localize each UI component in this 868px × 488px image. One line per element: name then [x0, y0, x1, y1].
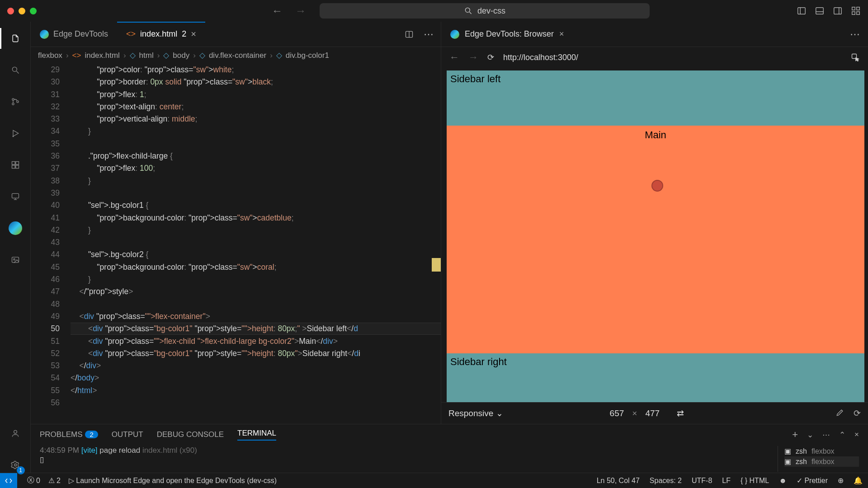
close-panel-icon[interactable]: × — [854, 430, 859, 439]
status-prettier[interactable]: ✓ Prettier — [797, 476, 828, 485]
code-editor[interactable]: 2930313233343536373839404142434445464748… — [31, 64, 441, 424]
status-launch-hint[interactable]: ▷ Launch Microsoft Edge and open the Edg… — [69, 476, 277, 485]
edge-tools-icon[interactable] — [8, 221, 23, 236]
inspect-icon[interactable] — [851, 53, 860, 62]
terminal-body[interactable]: 4:48:59 PM [vite] page reload index.html… — [31, 445, 868, 473]
status-copilot-icon[interactable]: ☻ — [779, 477, 787, 485]
preview-sidebar-right: Sidebar right — [447, 353, 864, 402]
tab-label: Edge DevTools: Browser — [465, 29, 554, 39]
panel-tab-output[interactable]: OUTPUT — [112, 430, 143, 439]
breadcrumbs[interactable]: flexbox› <>index.html› ◇html› ◇body› ◇di… — [31, 47, 441, 64]
browser-preview[interactable]: Sidebar left Main Sidebar right — [447, 70, 864, 402]
svg-rect-19 — [12, 162, 15, 165]
panel-more-icon[interactable]: ⋯ — [822, 430, 830, 440]
close-window[interactable] — [7, 8, 14, 14]
split-editor-icon[interactable] — [405, 30, 414, 39]
status-bell-icon[interactable]: 🔔 — [854, 476, 863, 485]
source-control-icon[interactable] — [8, 94, 23, 109]
svg-point-16 — [16, 101, 18, 103]
terminal-item[interactable]: ▣zsh flexbox — [784, 446, 859, 456]
back-icon[interactable]: ← — [272, 5, 283, 17]
photos-icon[interactable] — [8, 252, 23, 267]
tab-edge-devtools[interactable]: Edge DevTools — [31, 22, 117, 47]
minimize-window[interactable] — [19, 8, 25, 14]
toggle-sidebar-right-icon[interactable] — [833, 6, 843, 16]
panel-tab-debug[interactable]: DEBUG CONSOLE — [157, 430, 224, 439]
accounts-icon[interactable] — [8, 426, 23, 441]
device-more-icon[interactable]: ⟳ — [854, 408, 861, 418]
status-lang[interactable]: { } HTML — [741, 477, 769, 485]
line-gutter: 2930313233343536373839404142434445464748… — [31, 64, 71, 424]
forward-icon[interactable]: → — [295, 5, 306, 17]
viewport-height[interactable]: 477 — [645, 408, 660, 418]
tab-devtools-browser[interactable]: Edge DevTools: Browser × — [441, 22, 573, 47]
term-file: index.html — [142, 446, 177, 455]
term-tag: [vite] — [81, 446, 98, 455]
panel-tab-problems[interactable]: PROBLEMS2 — [40, 430, 98, 439]
status-eol[interactable]: LF — [722, 477, 731, 485]
run-debug-icon[interactable] — [8, 126, 23, 141]
toggle-sidebar-left-icon[interactable] — [797, 6, 807, 16]
term-msg: page reload — [99, 446, 140, 455]
status-warnings[interactable]: ⚠ 2 — [48, 476, 61, 485]
browser-url-bar: ← → ⟳ http://localhost:3000/ — [441, 47, 868, 68]
layout-controls — [797, 6, 861, 16]
title-bar: ← → dev-css — [0, 0, 868, 22]
svg-point-12 — [12, 67, 17, 71]
code-body[interactable]: "prop">color: "prop">class="sw">white; "… — [71, 64, 441, 424]
shell-icon: ▣ — [784, 447, 791, 455]
device-select[interactable]: Responsive ⌄ — [448, 408, 503, 418]
new-terminal-icon[interactable]: + — [792, 429, 798, 441]
customize-layout-icon[interactable] — [851, 6, 861, 16]
status-errors[interactable]: ⓧ 0 — [27, 476, 40, 485]
status-encoding[interactable]: UTF-8 — [692, 477, 712, 485]
terminal-item[interactable]: ▣zsh flexbox — [784, 456, 859, 467]
bottom-panel: PROBLEMS2 OUTPUT DEBUG CONSOLE TERMINAL … — [31, 424, 868, 473]
status-cursor[interactable]: Ln 50, Col 47 — [597, 477, 640, 485]
bc-flex[interactable]: div.flex-container — [209, 51, 266, 60]
more-actions-icon[interactable]: ⋯ — [850, 28, 860, 40]
tab-close-icon[interactable]: × — [559, 29, 564, 39]
browser-reload-icon[interactable]: ⟳ — [487, 52, 494, 62]
status-spaces[interactable]: Spaces: 2 — [650, 477, 682, 485]
browser-back-icon[interactable]: ← — [449, 52, 459, 63]
svg-rect-22 — [15, 165, 19, 169]
bc-html[interactable]: html — [139, 51, 154, 60]
edge-icon — [450, 30, 459, 39]
bc-root[interactable]: flexbox — [38, 51, 62, 60]
browser-forward-icon[interactable]: → — [468, 52, 478, 63]
bc-bg1[interactable]: div.bg-color1 — [286, 51, 329, 60]
bc-file[interactable]: index.html — [85, 51, 119, 60]
svg-rect-20 — [15, 162, 19, 165]
viewport-width[interactable]: 657 — [610, 408, 624, 418]
explorer-icon[interactable] — [8, 31, 23, 46]
command-center[interactable]: dev-css — [320, 3, 650, 19]
editor-tabs: Edge DevTools <> index.html 2 × ⋯ — [31, 22, 441, 47]
svg-point-29 — [14, 464, 16, 466]
search-sidebar-icon[interactable] — [8, 62, 23, 78]
extensions-icon[interactable] — [8, 157, 23, 173]
history-nav: ← → — [272, 5, 306, 17]
svg-rect-8 — [852, 7, 855, 10]
rotate-icon[interactable]: ⇄ — [677, 408, 684, 418]
status-feedback-icon[interactable]: ⊕ — [838, 476, 844, 485]
more-actions-icon[interactable]: ⋯ — [424, 28, 434, 40]
settings-icon[interactable]: 1 — [8, 457, 23, 473]
maximize-window[interactable] — [30, 8, 37, 14]
editor-group: Edge DevTools <> index.html 2 × ⋯ flexbo… — [31, 22, 868, 473]
tab-index-html[interactable]: <> index.html 2 × — [117, 22, 205, 47]
remote-explorer-icon[interactable] — [8, 189, 23, 204]
browser-url[interactable]: http://localhost:3000/ — [503, 53, 842, 62]
tab-close-icon[interactable]: × — [191, 29, 196, 39]
panel-tabs: PROBLEMS2 OUTPUT DEBUG CONSOLE TERMINAL … — [31, 424, 868, 445]
bc-body[interactable]: body — [173, 51, 189, 60]
remote-indicator[interactable] — [0, 473, 17, 488]
edit-icon[interactable] — [835, 408, 844, 417]
svg-point-18 — [13, 136, 14, 137]
preview-main-label: Main — [645, 129, 666, 141]
search-icon — [464, 6, 473, 15]
split-terminal-icon[interactable]: ⌄ — [807, 430, 813, 440]
maximize-panel-icon[interactable]: ⌃ — [839, 430, 845, 440]
panel-tab-terminal[interactable]: TERMINAL — [237, 429, 276, 441]
toggle-panel-icon[interactable] — [815, 6, 825, 16]
